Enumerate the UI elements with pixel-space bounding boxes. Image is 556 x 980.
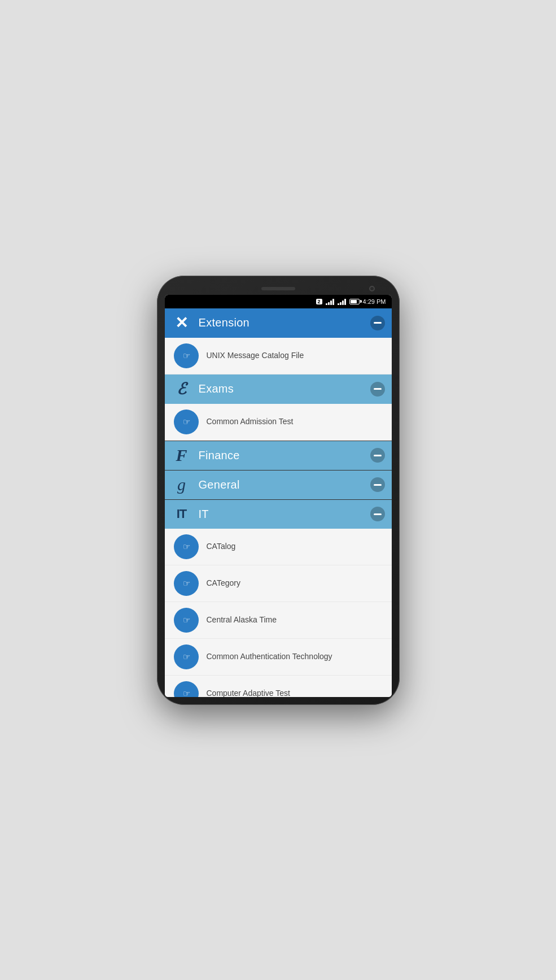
finance-label: Finance (194, 449, 370, 462)
general-icon-wrap: g (169, 472, 194, 497)
item-icon-circle: ☞ (174, 608, 199, 633)
item-label: CATegory (207, 578, 240, 589)
item-label: Common Authentication Technology (207, 651, 332, 663)
list-item[interactable]: ☞ CATegory (165, 565, 392, 602)
category-header-exams[interactable]: ℰ Exams (165, 374, 392, 404)
item-label: UNIX Message Catalog File (207, 350, 304, 361)
it-label: IT (194, 508, 370, 521)
time-display: 4:29 PM (363, 298, 386, 305)
it-icon-wrap: IT (169, 502, 194, 526)
hand-pointer-icon: ☞ (179, 576, 194, 591)
svg-text:☞: ☞ (182, 351, 190, 360)
svg-text:☞: ☞ (182, 578, 190, 588)
finance-icon-wrap: F (169, 443, 194, 468)
item-label: Computer Adaptive Test (207, 688, 290, 697)
list-item[interactable]: ☞ UNIX Message Catalog File (165, 338, 392, 374)
list-item[interactable]: ☞ CATalog (165, 529, 392, 565)
category-header-it[interactable]: IT IT (165, 499, 392, 529)
category-header-general[interactable]: g General (165, 470, 392, 499)
svg-text:☞: ☞ (182, 615, 190, 625)
main-scroll[interactable]: ✕ Extension ☞ UNIX Message Catalog (165, 308, 392, 697)
general-label: General (194, 478, 370, 491)
item-icon-circle: ☞ (174, 571, 199, 596)
hand-pointer-icon: ☞ (179, 650, 194, 664)
svg-rect-7 (374, 484, 382, 486)
extension-icon-wrap: ✕ (169, 311, 194, 336)
hand-pointer-icon: ☞ (179, 349, 194, 363)
general-collapse-btn[interactable] (370, 477, 385, 492)
item-label: Common Admission Test (207, 416, 294, 428)
exams-icon-wrap: ℰ (169, 377, 194, 402)
item-icon-circle: ☞ (174, 681, 199, 697)
it-letter-icon: IT (177, 507, 187, 521)
svg-text:☞: ☞ (182, 689, 190, 697)
phone-camera (369, 286, 375, 291)
signal-icon (326, 298, 334, 305)
exams-letter-icon: ℰ (177, 380, 186, 398)
minus-icon (374, 484, 382, 486)
minus-icon (374, 455, 382, 456)
general-letter-icon: g (177, 475, 186, 494)
svg-rect-0 (374, 322, 382, 324)
item-icon-circle: ☞ (174, 343, 199, 368)
list-item[interactable]: ☞ Common Admission Test (165, 404, 392, 441)
phone-top (165, 284, 392, 295)
status-bar: 2 4:29 PM (165, 295, 392, 308)
hand-pointer-icon: ☞ (179, 686, 194, 697)
svg-rect-3 (374, 388, 382, 390)
phone-device: 2 4:29 PM ✕ (157, 276, 400, 705)
svg-text:☞: ☞ (182, 652, 190, 661)
battery-icon (349, 299, 360, 304)
minus-icon (374, 388, 382, 390)
item-label: CATalog (207, 541, 236, 552)
item-icon-circle: ☞ (174, 534, 199, 559)
extension-label: Extension (194, 316, 370, 329)
extension-collapse-btn[interactable] (370, 316, 385, 330)
signal-icon-2 (338, 298, 346, 305)
list-item[interactable]: ☞ Central Alaska Time (165, 602, 392, 639)
item-icon-circle: ☞ (174, 644, 199, 669)
list-item[interactable]: ☞ Computer Adaptive Test (165, 676, 392, 697)
hand-pointer-icon: ☞ (179, 415, 194, 429)
list-item[interactable]: ☞ Common Authentication Technology (165, 639, 392, 676)
hand-pointer-icon: ☞ (179, 613, 194, 628)
finance-letter-icon: F (176, 446, 187, 465)
svg-rect-8 (374, 513, 382, 515)
category-header-extension[interactable]: ✕ Extension (165, 308, 392, 338)
svg-text:☞: ☞ (182, 542, 190, 551)
sim-badge: 2 (316, 299, 322, 304)
category-header-finance[interactable]: F Finance (165, 441, 392, 470)
hand-pointer-icon: ☞ (179, 539, 194, 554)
minus-icon (374, 513, 382, 515)
finance-collapse-btn[interactable] (370, 448, 385, 463)
minus-icon (374, 322, 382, 324)
phone-screen: 2 4:29 PM ✕ (165, 295, 392, 697)
exams-label: Exams (194, 382, 370, 395)
it-collapse-btn[interactable] (370, 507, 385, 521)
item-label: Central Alaska Time (207, 615, 277, 626)
extension-letter-icon: ✕ (175, 313, 188, 332)
phone-speaker (261, 287, 295, 290)
exams-collapse-btn[interactable] (370, 382, 385, 397)
svg-text:☞: ☞ (182, 417, 190, 426)
item-icon-circle: ☞ (174, 410, 199, 434)
svg-rect-6 (374, 455, 382, 456)
